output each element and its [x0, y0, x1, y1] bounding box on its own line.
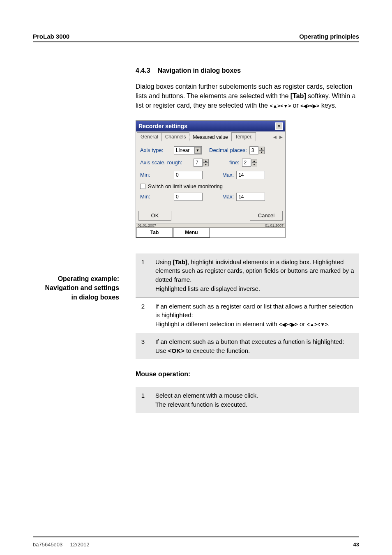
axis-scale-rough-label: Axis scale, rough: — [140, 159, 194, 166]
fine-input[interactable]: 2 — [242, 159, 251, 167]
tab-scroll-right-icon[interactable]: ▶ — [279, 135, 284, 139]
tab-measured-value[interactable]: Measured value — [189, 133, 231, 142]
fine-spinner[interactable]: ▲▼ — [251, 159, 257, 166]
close-icon[interactable]: × — [275, 122, 283, 130]
max-input-1[interactable]: 14 — [236, 171, 265, 179]
footer-doc-id: ba75645e03 — [33, 541, 62, 548]
tab-general[interactable]: General — [137, 132, 162, 141]
navigation-steps-table: 1 Using [Tab], highlight individual elem… — [136, 253, 359, 359]
min-input-1[interactable]: 0 — [174, 171, 203, 179]
page-number: 43 — [353, 541, 359, 548]
tab-temper[interactable]: Temper. — [231, 132, 256, 141]
section-number: 4.4.3 — [136, 67, 150, 74]
max-label-1: Max: — [222, 172, 234, 178]
status-time-right: 01.01.2007 — [265, 223, 284, 228]
decimal-places-input[interactable]: 3 — [249, 146, 258, 154]
min-label-2: Min: — [140, 193, 174, 200]
chevron-down-icon: ▼ — [194, 147, 201, 154]
step-number: 2 — [136, 298, 150, 333]
step-text: If an element such as a register card or… — [150, 298, 359, 333]
mouse-operation-heading: Mouse operation: — [136, 371, 359, 378]
footer-date: 12/2012 — [70, 541, 89, 548]
dialog-title: Recorder settings — [138, 123, 187, 129]
limit-monitoring-label: Switch on limit value monitoring — [148, 183, 223, 189]
operating-example-caption: Operating example: Navigation and settin… — [33, 274, 119, 302]
section-title: Navigation in dialog boxes — [157, 67, 241, 74]
axis-type-label: Axis type: — [140, 147, 174, 153]
ok-button[interactable]: OK — [138, 211, 171, 221]
softkey-tab[interactable]: Tab — [136, 228, 173, 237]
tab-channels[interactable]: Channels — [161, 132, 190, 141]
tab-scroll-left-icon[interactable]: ◀ — [273, 135, 277, 139]
axis-scale-rough-spinner[interactable]: ▲▼ — [203, 159, 209, 166]
axis-type-dropdown[interactable]: Linear ▼ — [174, 146, 202, 154]
cancel-button[interactable]: Cancel — [250, 211, 283, 221]
axis-scale-rough-input[interactable]: 7 — [194, 159, 203, 167]
step-number: 1 — [136, 387, 150, 413]
doc-header-right: Operating principles — [299, 33, 359, 40]
step-number: 1 — [136, 253, 150, 297]
limit-monitoring-checkbox[interactable] — [140, 184, 145, 189]
softkey-menu[interactable]: Menu — [173, 228, 210, 237]
max-input-2[interactable]: 14 — [236, 193, 265, 201]
step-text: Select an element with a mouse click. Th… — [150, 387, 359, 413]
footer-rule — [33, 537, 359, 537]
fine-label: fine: — [229, 159, 240, 166]
step-text: If an element such as a button that exec… — [150, 333, 359, 359]
doc-header-left: ProLab 3000 — [33, 33, 69, 40]
recorder-settings-dialog: Recorder settings × General Channels Mea… — [136, 120, 286, 238]
step-text: Using [Tab], highlight individual elemen… — [150, 253, 359, 297]
intro-paragraph: Dialog boxes contain further subelements… — [136, 82, 359, 111]
min-label-1: Min: — [140, 172, 174, 178]
dialog-tabs: General Channels Measured value Temper. … — [136, 131, 285, 142]
mouse-steps-table: 1 Select an element with a mouse click. … — [136, 387, 359, 413]
decimal-places-spinner[interactable]: ▲▼ — [259, 147, 265, 154]
step-number: 3 — [136, 333, 150, 359]
min-input-2[interactable]: 0 — [174, 193, 203, 201]
header-rule — [33, 41, 359, 42]
decimal-places-label: Decimal places: — [209, 147, 247, 153]
max-label-2: Max: — [222, 193, 234, 200]
status-time-left: 01.01.2007 — [138, 223, 156, 228]
